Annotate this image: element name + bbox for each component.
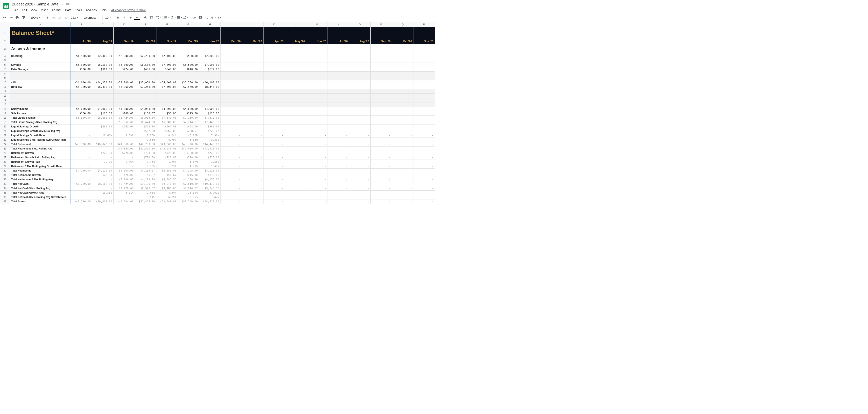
cell[interactable]: - xyxy=(349,133,371,138)
cell[interactable] xyxy=(92,58,114,63)
row-header-26[interactable]: 26 xyxy=(0,151,10,155)
cell[interactable] xyxy=(92,27,114,39)
row-header-31[interactable]: 31 xyxy=(0,173,10,178)
text-color-button[interactable]: A xyxy=(134,15,140,20)
cell[interactable] xyxy=(264,81,285,85)
cell[interactable] xyxy=(199,27,221,39)
cell[interactable]: 9.65% xyxy=(135,138,156,142)
cell[interactable]: - xyxy=(413,129,435,133)
cell[interactable]: Nov '19 xyxy=(156,39,178,44)
cell[interactable]: $7,200.00 xyxy=(71,182,92,186)
cell[interactable]: May '20 xyxy=(285,39,306,44)
cell[interactable]: 9.05% xyxy=(135,191,156,195)
fill-color-button[interactable] xyxy=(143,15,149,21)
cell[interactable] xyxy=(264,111,285,116)
cell[interactable]: - xyxy=(306,125,328,129)
cell[interactable] xyxy=(349,27,371,39)
percent-button[interactable]: % xyxy=(51,15,57,21)
cell[interactable]: Liquid Savings Growth 3 Mo. Rolling Avg xyxy=(10,129,71,133)
cell[interactable] xyxy=(285,67,306,72)
cell[interactable]: $106.67 xyxy=(135,111,156,116)
cell[interactable] xyxy=(328,102,349,107)
cell[interactable] xyxy=(392,102,413,107)
cell[interactable]: $228.67 xyxy=(178,129,199,133)
cell[interactable]: - xyxy=(285,155,306,160)
cell[interactable] xyxy=(349,54,371,58)
cell[interactable]: - xyxy=(285,173,306,178)
cell[interactable]: - xyxy=(264,173,285,178)
cell[interactable]: - xyxy=(71,164,92,168)
cell[interactable]: Mar '20 xyxy=(242,39,264,44)
cell[interactable] xyxy=(328,81,349,85)
cell[interactable]: - xyxy=(328,164,349,168)
cell[interactable]: 13.36% xyxy=(92,191,114,195)
cell[interactable]: - xyxy=(264,199,285,204)
cell[interactable]: $7,970.00 xyxy=(178,85,199,89)
cell[interactable]: - xyxy=(413,116,435,120)
merge-cells-button[interactable]: ▼ xyxy=(155,15,161,21)
cell[interactable] xyxy=(371,27,392,39)
cell[interactable]: Assets & Income xyxy=(10,44,71,54)
cell[interactable]: Side Income xyxy=(10,111,71,116)
cell[interactable]: $52,948.00 xyxy=(156,199,178,204)
cell[interactable]: - xyxy=(221,133,242,138)
cell[interactable] xyxy=(135,27,156,39)
cell[interactable] xyxy=(285,102,306,107)
col-header-G[interactable]: G xyxy=(178,22,199,27)
cell[interactable]: $41,560.00 xyxy=(114,142,135,147)
cell[interactable]: $9,186.00 xyxy=(156,186,178,191)
row-header-6[interactable]: 6 xyxy=(0,63,10,67)
cell[interactable] xyxy=(92,76,114,81)
cell[interactable] xyxy=(156,76,178,81)
cell[interactable] xyxy=(264,67,285,72)
cell[interactable] xyxy=(114,98,135,102)
col-header-E[interactable]: E xyxy=(135,22,156,27)
cell[interactable]: $40,840.00 xyxy=(114,147,135,151)
cell[interactable] xyxy=(92,44,114,54)
cell[interactable] xyxy=(71,58,92,63)
cell[interactable]: $7,443.33 xyxy=(199,120,221,125)
cell[interactable]: - xyxy=(242,186,264,191)
col-header-L[interactable]: L xyxy=(285,22,306,27)
cell[interactable]: - xyxy=(328,182,349,186)
cell[interactable]: $4,000.00 xyxy=(178,107,199,111)
cell[interactable]: 3.38% xyxy=(199,138,221,142)
cell[interactable]: Liquid Savings Growth xyxy=(10,125,71,129)
cell[interactable] xyxy=(413,27,435,39)
cell[interactable]: - xyxy=(371,151,392,155)
cell[interactable]: - xyxy=(264,129,285,133)
cell[interactable] xyxy=(371,98,392,102)
cell[interactable]: - xyxy=(306,155,328,160)
cell[interactable]: - xyxy=(306,173,328,178)
cell[interactable]: Checking xyxy=(10,54,71,58)
cell[interactable]: - xyxy=(328,168,349,173)
cell[interactable]: 1.67% xyxy=(199,164,221,168)
cell[interactable]: $4,050.00 xyxy=(156,168,178,173)
cell[interactable]: - xyxy=(242,116,264,120)
row-header-28[interactable]: 28 xyxy=(0,160,10,164)
cell[interactable]: - xyxy=(285,116,306,120)
cell[interactable]: $7,214.67 xyxy=(178,120,199,125)
cell[interactable] xyxy=(221,85,242,89)
cell[interactable]: $6,490.00 xyxy=(92,85,114,89)
cell[interactable]: - xyxy=(328,195,349,199)
cell[interactable]: - xyxy=(264,186,285,191)
cell[interactable]: $4,000.00 xyxy=(135,107,156,111)
cell[interactable]: $100.00 xyxy=(71,111,92,116)
cell[interactable]: $9,948.00 xyxy=(156,182,178,186)
cell[interactable]: - xyxy=(71,138,92,142)
cell[interactable]: - xyxy=(392,133,413,138)
cell[interactable] xyxy=(413,107,435,111)
cell[interactable]: $35,050.00 xyxy=(135,81,156,85)
cell[interactable]: - xyxy=(349,160,371,164)
cell[interactable]: 3.66% xyxy=(178,138,199,142)
cell[interactable]: $34,700.00 xyxy=(114,81,135,85)
cell[interactable] xyxy=(242,81,264,85)
strikethrough-button[interactable]: S xyxy=(128,15,133,21)
cell[interactable]: $720.00 xyxy=(156,151,178,155)
cell[interactable] xyxy=(264,58,285,63)
col-header-B[interactable]: B xyxy=(71,22,92,27)
cell[interactable]: Liquid Savings Growth Rate xyxy=(10,133,71,138)
cell[interactable]: - xyxy=(285,186,306,191)
number-format-select[interactable]: 123▼ xyxy=(70,15,80,20)
